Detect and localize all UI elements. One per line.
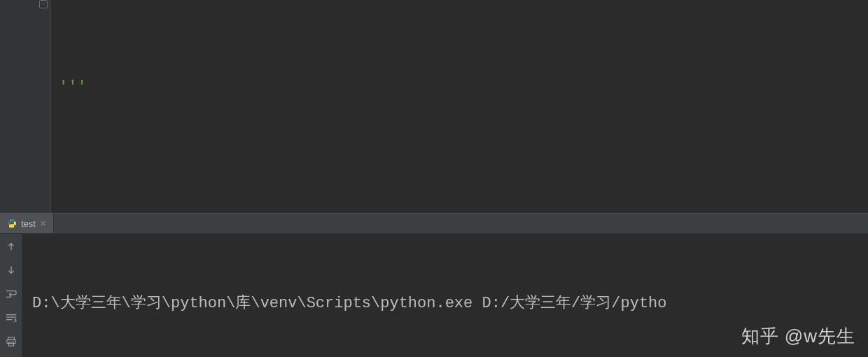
editor-gutter: – xyxy=(0,0,50,213)
svg-rect-3 xyxy=(6,340,15,343)
svg-rect-4 xyxy=(8,342,13,346)
code-editor[interactable]: ''' f=open(r"D:\大学三年\学习\python\库\day,py.… xyxy=(50,0,868,213)
close-icon[interactable]: ✕ xyxy=(40,219,46,228)
print-icon[interactable] xyxy=(3,333,20,350)
fold-indicator-icon[interactable]: – xyxy=(39,0,48,8)
watermark-text: 知乎 @w先生 xyxy=(741,321,855,351)
svg-point-0 xyxy=(10,220,10,220)
run-tab-bar: test ✕ xyxy=(0,213,868,234)
down-arrow-icon[interactable] xyxy=(3,262,20,279)
docstring-quotes: ''' xyxy=(59,70,87,105)
console-panel: D:\大学三年\学习\python\库\venv\Scripts\python.… xyxy=(0,234,868,357)
code-line: ''' xyxy=(50,70,868,105)
run-tab-label: test xyxy=(21,218,36,229)
soft-wrap-icon[interactable] xyxy=(3,286,20,302)
variable-f: f xyxy=(59,210,68,213)
paren-open: ( xyxy=(114,210,123,213)
string-path: "D:\大学三年\学习\python\库\day,py.py" xyxy=(133,210,463,213)
code-line: f=open(r"D:\大学三年\学习\python\库\day,py.py",… xyxy=(50,210,868,213)
string-mode: 'a' xyxy=(472,210,500,213)
console-tool-column xyxy=(0,234,22,357)
comment: #打开文件，方便写入 xyxy=(509,210,657,213)
scroll-to-end-icon[interactable] xyxy=(3,309,20,326)
paren-close: ) xyxy=(499,210,508,213)
python-icon xyxy=(7,218,17,228)
editor-area: – ''' f=open(r"D:\大学三年\学习\python\库\day,p… xyxy=(0,0,868,213)
comma: , xyxy=(462,210,471,213)
operator-equals: = xyxy=(68,210,77,213)
svg-point-1 xyxy=(13,226,14,227)
run-tab-test[interactable]: test ✕ xyxy=(0,214,54,233)
up-arrow-icon[interactable] xyxy=(3,238,20,255)
string-prefix-r: r xyxy=(123,210,132,213)
console-output[interactable]: D:\大学三年\学习\python\库\venv\Scripts\python.… xyxy=(22,234,868,357)
builtin-open: open xyxy=(77,210,114,213)
console-line: D:\大学三年\学习\python\库\venv\Scripts\python.… xyxy=(32,288,858,319)
